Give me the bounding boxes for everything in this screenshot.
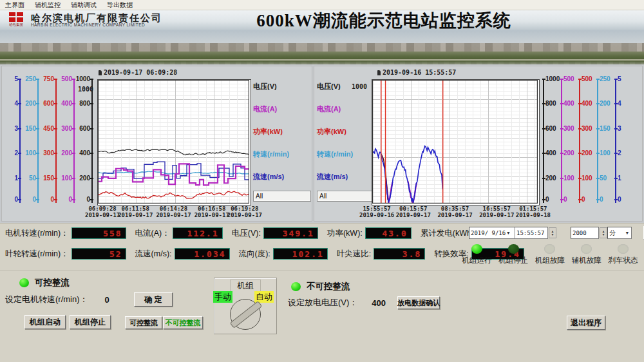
unit-start-button[interactable]: 机组启动: [24, 315, 66, 329]
set-speed-value[interactable]: 0: [105, 295, 109, 305]
legend-all-selector[interactable]: All: [253, 191, 311, 202]
menu-item[interactable]: 主界面: [0, 1, 30, 10]
company-name-block: 哈尔滨电机厂有限责任公司 HARBIN ELECTRIC MACHINERY C…: [31, 13, 162, 28]
set-speed-label: 设定电机转速(r/min)：: [5, 294, 88, 305]
panorama-trees: [0, 52, 644, 64]
legend-item[interactable]: 转速(r/min): [317, 143, 375, 166]
right-chart-axes: 1000800600400200050040030020010005004003…: [541, 79, 631, 203]
legend-item[interactable]: 流速(m/s): [253, 166, 311, 188]
readout-label: 电机转速(r/min)：: [5, 228, 69, 239]
left-chart-x-labels: 06:09:282019-09-1706:11:582019-09-1706:1…: [97, 205, 250, 221]
axis-tick-label: 0: [75, 196, 90, 203]
unit-mode-switch-panel: 机组 手动 自动: [214, 278, 277, 334]
readout-label: 叶尖速比:: [337, 249, 371, 260]
status-indicator: 刹车状态: [605, 244, 641, 265]
axis-tick-label: 5: [618, 76, 633, 82]
legend-item[interactable]: 电流(A): [253, 98, 311, 120]
value-axis: 5004003002001000: [559, 79, 577, 203]
readout-item: 电压(V):349.1: [232, 227, 318, 239]
axis-tick-label: 400: [75, 150, 90, 157]
status-indicator: 辅机故障: [568, 244, 605, 265]
value-axis: 5004003002001000: [577, 79, 595, 203]
seven-segment-display: 112.1: [173, 227, 223, 239]
axis-tick-label: 300: [39, 150, 54, 157]
legend-item[interactable]: 功率(kW): [253, 120, 311, 143]
menu-item[interactable]: 导出数据: [102, 1, 138, 10]
readout-item: 叶尖速比:3.8: [337, 248, 425, 260]
legend-item[interactable]: 转速(r/min): [253, 143, 311, 166]
exit-program-button[interactable]: 退出程序: [567, 316, 605, 330]
axis-tick-label: 0: [618, 196, 633, 203]
axis-tick-label: 3: [3, 126, 18, 132]
right-plot-max-label: 1000: [352, 83, 367, 90]
chevron-down-icon[interactable]: ▼: [506, 231, 511, 236]
left-plot-max-label: 1000: [78, 86, 93, 93]
value-axis: 250200150100500: [595, 79, 613, 203]
legend-item[interactable]: 电压(V): [253, 75, 311, 98]
legend-item[interactable]: 电流(A): [317, 98, 375, 120]
cursor-marker-icon: [377, 70, 381, 75]
axis-tick-label: 450: [39, 126, 54, 132]
discharge-confirm-button[interactable]: 放电数据确认: [397, 296, 440, 309]
axis-tick-label: 0: [21, 196, 36, 203]
time-axis-label: 06:14:282019-09-17: [156, 205, 191, 219]
status-label: 辅机故障: [572, 256, 601, 265]
mode-rotary-knob[interactable]: [230, 299, 261, 330]
seven-segment-display: 3.8: [374, 248, 425, 260]
axis-tick-label: 150: [21, 126, 36, 132]
interval-unit-select[interactable]: 分 ▼: [607, 227, 632, 239]
unit-stop-button[interactable]: 机组停止: [70, 315, 111, 329]
legend-item[interactable]: 流速(m/s): [317, 166, 375, 188]
axis-tick-label: 2: [3, 150, 18, 157]
right-chart-canvas[interactable]: [372, 80, 538, 204]
axis-tick-label: 600: [39, 100, 54, 107]
seven-segment-display: 1.034: [175, 248, 230, 260]
time-axis-label: 01:15:572019-09-18: [516, 205, 551, 219]
readout-label: 叶轮转速(r/min)：: [5, 249, 69, 260]
legend-all-selector[interactable]: All: [317, 191, 375, 202]
seven-segment-display: 52: [71, 248, 126, 260]
status-led-row: 机组运行机组停止机组故障辅机故障刹车状态: [459, 244, 641, 265]
legend-item[interactable]: 功率(kW): [317, 120, 375, 143]
time-axis-label: 16:55:572019-09-17: [479, 205, 514, 219]
readout-row-2: 叶轮转速(r/min)：52流速(m/s):1.034流向(度):102.1叶尖…: [5, 248, 533, 260]
set-voltage-value[interactable]: 400: [372, 298, 386, 308]
logo-caption: 哈电集团: [9, 22, 23, 27]
time-spinner[interactable]: ▲▼: [549, 227, 556, 238]
status-indicator: 机组故障: [532, 244, 569, 265]
right-plot-area[interactable]: [372, 79, 540, 205]
status-indicator: 机组停止: [495, 244, 532, 265]
left-chart-canvas[interactable]: [98, 80, 249, 204]
value-axis: 5004003002001000: [59, 79, 77, 203]
date-picker[interactable]: 2019/ 9/16 ▼: [469, 227, 515, 239]
value-axis: 10008006004002000: [77, 79, 95, 203]
value-axis: 7506004503001500: [41, 79, 59, 203]
confirm-button[interactable]: 确 定: [134, 292, 173, 307]
axis-tick-label: 800: [75, 100, 90, 107]
scr-rectify-button[interactable]: 可控整流: [125, 316, 162, 329]
menu-item[interactable]: 辅机监控: [30, 1, 66, 10]
time-axis-label: 15:55:572019-09-16: [359, 205, 394, 219]
status-label: 机组故障: [535, 256, 565, 265]
interval-spinner[interactable]: ▲▼: [600, 227, 607, 238]
readout-item: 流向(度):102.1: [239, 248, 328, 260]
diode-rectify-button[interactable]: 不可控整流: [163, 316, 203, 329]
diode-rectifier-led: [291, 282, 301, 291]
readout-label: 流向(度):: [239, 249, 270, 260]
seven-segment-display: 43.0: [365, 227, 412, 239]
axis-tick-label: 100: [57, 175, 72, 182]
manual-mode-label[interactable]: 手动: [213, 291, 232, 303]
chevron-down-icon[interactable]: ▼: [625, 231, 630, 236]
time-axis-label: 06:19:282019-09-17: [227, 205, 262, 219]
menu-item[interactable]: 辅助调试: [66, 1, 102, 10]
interval-input[interactable]: 2000: [571, 227, 599, 239]
left-plot-area[interactable]: [97, 79, 251, 205]
time-axis-label: 06:16:582019-09-17: [194, 205, 229, 219]
axis-tick-label: 200: [21, 100, 36, 107]
axis-tick-label: 250: [21, 76, 36, 82]
status-label: 机组停止: [498, 256, 528, 265]
time-picker[interactable]: 15:55:57: [515, 227, 548, 239]
left-chart-axes: 5432102502001501005007506004503001500500…: [5, 79, 95, 203]
axis-tick-label: 2: [618, 150, 633, 157]
axis-tick-label: 1000: [75, 76, 90, 82]
